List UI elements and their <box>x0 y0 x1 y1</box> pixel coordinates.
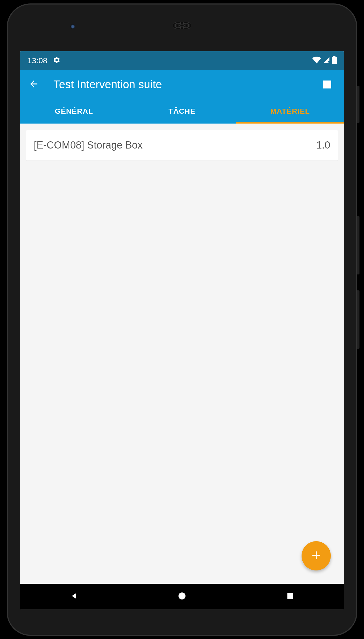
material-name: [E-COM08] Storage Box <box>34 139 143 151</box>
phone-volume-up <box>357 216 359 274</box>
nav-back-button[interactable] <box>69 591 79 602</box>
material-quantity: 1.0 <box>316 139 330 151</box>
phone-power-button <box>357 86 359 123</box>
battery-icon <box>332 56 337 65</box>
tabs: GÉNÉRAL TÂCHE MATÉRIEL <box>20 99 344 124</box>
screen: 13:08 ✕ <box>20 51 344 609</box>
content-area: [E-COM08] Storage Box 1.0 <box>20 124 344 584</box>
plus-icon <box>310 549 322 562</box>
nav-home-button[interactable] <box>177 591 187 602</box>
back-button[interactable] <box>27 78 40 91</box>
svg-rect-3 <box>332 57 337 64</box>
app-bar: Test Intervention suite <box>20 70 344 99</box>
phone-volume-down <box>357 290 359 349</box>
triangle-back-icon <box>70 592 78 601</box>
phone-camera <box>70 24 75 29</box>
gear-icon <box>53 56 61 65</box>
arrow-back-icon <box>28 79 39 90</box>
tab-materiel[interactable]: MATÉRIEL <box>236 99 344 124</box>
square-recents-icon <box>286 592 294 601</box>
svg-rect-2 <box>333 56 336 57</box>
tab-general[interactable]: GÉNÉRAL <box>20 99 128 124</box>
phone-speaker <box>173 22 191 29</box>
page-title: Test Intervention suite <box>53 78 323 91</box>
add-material-button[interactable] <box>302 541 331 570</box>
circle-home-icon <box>178 592 186 601</box>
svg-rect-7 <box>287 593 293 599</box>
svg-text:✕: ✕ <box>328 61 330 63</box>
wifi-icon <box>312 57 321 65</box>
nav-recents-button[interactable] <box>285 591 295 602</box>
android-nav-bar <box>20 584 344 609</box>
material-list-item[interactable]: [E-COM08] Storage Box 1.0 <box>26 130 338 160</box>
status-time: 13:08 <box>27 56 47 65</box>
stop-button[interactable] <box>323 81 331 88</box>
signal-icon: ✕ <box>323 57 330 65</box>
svg-point-6 <box>179 592 186 599</box>
phone-frame: 13:08 ✕ <box>7 3 357 636</box>
tab-tache[interactable]: TÂCHE <box>128 99 236 124</box>
status-right: ✕ <box>312 56 337 65</box>
status-left: 13:08 <box>27 56 61 65</box>
status-bar: 13:08 ✕ <box>20 51 344 70</box>
